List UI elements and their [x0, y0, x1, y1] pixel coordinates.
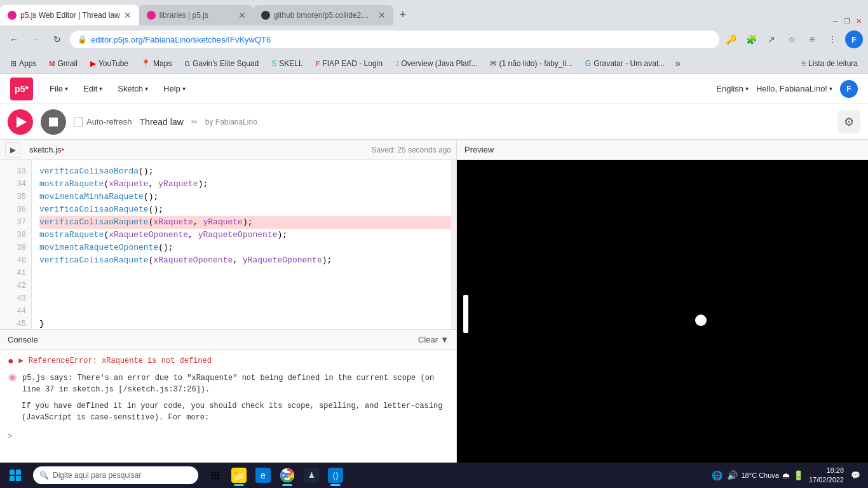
editor-scrollbar[interactable]: [451, 160, 456, 329]
menu-edit-chevron: ▾: [99, 85, 102, 92]
menu-edit[interactable]: Edit ▾: [77, 81, 109, 96]
battery-icon[interactable]: 🔋: [792, 469, 805, 482]
collections-icon[interactable]: ≡: [804, 32, 820, 47]
menu-sketch[interactable]: Sketch ▾: [111, 81, 154, 96]
tab-title-github: github bmoren/p5.collide2D: A collision: [274, 11, 374, 20]
code-line-42[interactable]: [39, 280, 451, 292]
code-line-38[interactable]: mostraRaquete(xRaqueteOponente, yRaquete…: [39, 229, 451, 241]
bookmark-apps[interactable]: ⊞ Apps: [5, 58, 41, 69]
minimize-button[interactable]: ─: [831, 17, 840, 25]
code-line-45[interactable]: }: [39, 318, 451, 329]
file-tab[interactable]: sketch.js•: [25, 144, 68, 156]
extensions-icon[interactable]: 🧩: [743, 32, 759, 47]
user-greeting[interactable]: Hello, FabianaLino! ▾: [756, 84, 832, 93]
code-line-37[interactable]: verificaColisaoRaquete(xRaquete, yRaquet…: [39, 216, 451, 229]
bookmark-gravatar-label: Gravatar - Um avat...: [593, 59, 665, 68]
file-explorer-icon: 📁: [231, 468, 247, 483]
code-line-36[interactable]: verificaColisaoRaquete();: [39, 203, 451, 216]
line-number-45: 45: [0, 318, 31, 329]
code-line-41[interactable]: [39, 267, 451, 280]
bookmark-apps-label: Apps: [19, 59, 36, 68]
forward-button[interactable]: →: [27, 30, 44, 48]
run-button[interactable]: [8, 109, 33, 135]
menu-help[interactable]: Help ▾: [157, 81, 192, 96]
tab-active[interactable]: p5.js Web Editor | Thread law ✕: [0, 5, 139, 25]
reload-button[interactable]: ↻: [48, 30, 66, 48]
code-line-35[interactable]: movimentaMinhaRaquete();: [39, 191, 451, 203]
bookmark-gmail[interactable]: M Gmail: [44, 58, 83, 69]
favorites-icon[interactable]: ☆: [784, 32, 799, 47]
address-bar[interactable]: 🔒 editor.p5js.org/FabianaLino/sketches/I…: [70, 30, 719, 48]
bookmark-reading-list[interactable]: ≡ Lista de leitura: [796, 58, 863, 69]
code-line-40[interactable]: verificaColisaoRaquete(xRaqueteOponente,…: [39, 254, 451, 267]
close-button[interactable]: ✕: [854, 17, 863, 25]
windows-logo: [10, 470, 21, 481]
menu-file[interactable]: File ▾: [43, 81, 74, 96]
more-icon[interactable]: ⋮: [825, 32, 840, 47]
tab-close-github[interactable]: ✕: [378, 10, 386, 20]
edit-sketch-name-icon[interactable]: ✏: [191, 118, 198, 126]
network-icon[interactable]: 🌐: [711, 469, 724, 482]
taskbar-icon-steam[interactable]: ♟: [300, 463, 323, 488]
auto-refresh-checkbox[interactable]: [74, 118, 83, 126]
error-expand-icon[interactable]: ▶: [19, 355, 24, 367]
taskbar-icon-files[interactable]: 📁: [227, 463, 250, 488]
line-number-36: 36: [0, 203, 31, 216]
collapse-panel-button[interactable]: ▶: [5, 142, 20, 158]
tab-close-active[interactable]: ✕: [124, 10, 132, 20]
settings-button[interactable]: ⚙: [837, 111, 860, 133]
bookmark-youtube[interactable]: ▶ YouTube: [85, 58, 133, 69]
taskbar-search[interactable]: 🔍 Digite aqui para pesquisar: [33, 466, 198, 484]
line-number-38: 38: [0, 229, 31, 241]
system-clock[interactable]: 18:28 17/02/2022: [809, 466, 844, 485]
taskbar-icons: ⊞ 📁 e ♟ ⟨⟩: [203, 463, 347, 488]
taskbar-icon-task-view[interactable]: ⊞: [203, 463, 226, 488]
stop-icon: [49, 118, 58, 126]
bookmark-maps[interactable]: 📍 Maps: [136, 58, 177, 69]
code-line-34[interactable]: mostraRaquete(xRaquete, yRaquete);: [39, 178, 451, 191]
clear-console-button[interactable]: Clear ▼: [418, 335, 449, 344]
volume-icon[interactable]: 🔊: [726, 469, 739, 482]
restore-button[interactable]: ❐: [843, 17, 851, 25]
sketch-name[interactable]: Thread law: [140, 117, 184, 127]
share-icon[interactable]: ↗: [764, 32, 779, 47]
menu-file-chevron: ▾: [65, 85, 68, 92]
skell-icon: S: [271, 59, 276, 68]
bookmark-gravatar[interactable]: G Gravatar - Um avat...: [580, 58, 670, 69]
bookmark-skell[interactable]: S SKELL: [266, 58, 308, 69]
bookmark-gavin[interactable]: G Gavin's Elite Squad: [179, 58, 264, 69]
user-avatar[interactable]: F: [840, 80, 858, 98]
user-avatar-browser[interactable]: F: [845, 30, 863, 48]
bookmarks-more-button[interactable]: »: [672, 58, 683, 69]
notification-button[interactable]: 💬: [848, 468, 863, 483]
main-area: ▶ sketch.js• Saved: 25 seconds ago 33343…: [0, 140, 868, 468]
start-button[interactable]: [0, 463, 31, 488]
profile-key-icon[interactable]: 🔑: [723, 32, 738, 47]
taskbar-icon-vscode[interactable]: ⟨⟩: [324, 463, 347, 488]
code-line-33[interactable]: verificaColisaoBorda();: [39, 165, 451, 178]
code-editor[interactable]: 3334353637383940414243444546▼474849 veri…: [0, 160, 456, 329]
console-prompt[interactable]: >: [8, 426, 449, 442]
error-message-text: ReferenceError: xRaquente is not defined: [29, 355, 212, 367]
taskbar-icon-chrome[interactable]: [276, 463, 299, 488]
back-button[interactable]: ←: [5, 30, 23, 48]
bookmark-fiap[interactable]: F FIAP EAD - Login: [311, 58, 388, 69]
tab-close-lib[interactable]: ✕: [238, 10, 246, 20]
bookmarks-bar: ⊞ Apps M Gmail ▶ YouTube 📍 Maps G Gavin'…: [0, 53, 868, 74]
new-tab-button[interactable]: +: [393, 4, 413, 25]
code-line-39[interactable]: movimentaRaqueteOponente();: [39, 241, 451, 254]
code-line-44[interactable]: [39, 305, 451, 318]
tab-libraries[interactable]: libraries | p5.js ✕: [139, 5, 254, 25]
code-content[interactable]: verificaColisaoBorda(); mostraRaquete(xR…: [32, 160, 451, 329]
browser-chrome: p5.js Web Editor | Thread law ✕ librarie…: [0, 0, 868, 74]
bookmark-mail[interactable]: ✉ (1 não lido) - faby_li...: [485, 58, 577, 69]
language-selector[interactable]: English ▾: [716, 84, 749, 93]
header-right: English ▾ Hello, FabianaLino! ▾ F: [716, 80, 858, 98]
taskbar-sys-icons: 🌐 🔊 18°C Chuva 🌧 🔋: [711, 469, 805, 482]
bookmark-java[interactable]: J Overview (Java Platf...: [390, 58, 483, 69]
tab-github[interactable]: github bmoren/p5.collide2D: A collision …: [254, 5, 393, 25]
auto-refresh-label[interactable]: Auto-refresh: [74, 117, 132, 126]
stop-button[interactable]: [41, 109, 66, 135]
taskbar-icon-edge[interactable]: e: [252, 463, 275, 488]
code-line-43[interactable]: [39, 292, 451, 305]
